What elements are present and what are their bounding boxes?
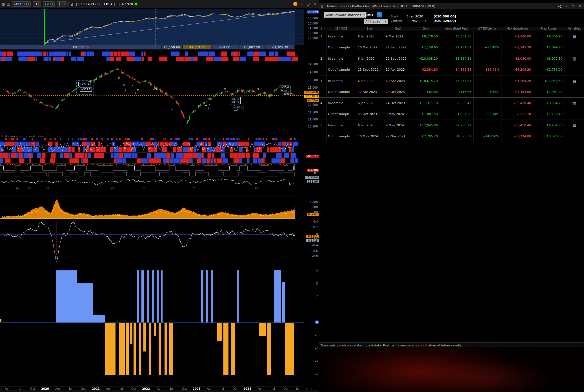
trades-filter-dropdown[interactable]: All trades▾ (364, 19, 388, 24)
time-axis-label: 2021 (92, 387, 100, 390)
end-date: 9 May 2024 (384, 109, 412, 120)
wf-efficiency-value (473, 98, 501, 109)
is-oos-type: Out of sample (326, 42, 356, 53)
row-number (319, 109, 326, 120)
start-date: 6 Jan 2020 (356, 75, 384, 86)
trade-gain-tag[interactable]: +377.1 (78, 82, 90, 86)
annualized-perf-value: €3,684.51 (440, 53, 473, 64)
axis-tick-label: 3,000 (310, 206, 318, 209)
variables-icon[interactable]: ▦ (573, 57, 576, 61)
scroll-left-icon[interactable]: « (1, 387, 3, 391)
minimize-button[interactable]: – (564, 5, 569, 8)
maximize-button[interactable]: ▢ (306, 2, 310, 6)
gain-value: €10,005.10 (412, 53, 440, 64)
variables-icon[interactable]: ▦ (573, 79, 576, 83)
workspace-icon: ◫ (7, 2, 10, 6)
max-runup-value: €9,934.70 (533, 120, 565, 131)
report-window: ▥ Detailed report - ProBackTest (Walk Fo… (319, 3, 584, 392)
start-date: 11 Apr 2023 (356, 86, 384, 97)
variables-cell: ▦ (565, 53, 584, 64)
axis-tick-label: 14,500 (308, 63, 318, 66)
minimize-button[interactable]: – (299, 2, 304, 6)
axis-tick-label: 13,500 (308, 79, 318, 82)
max-runup-value: €1,250.40 (533, 109, 565, 120)
table-row: Out of sample23 Sept 202210 Apr 2023-€2,… (319, 64, 584, 75)
time-axis-label: 2020 (41, 387, 49, 390)
row-number (319, 42, 326, 53)
axis-price-tag: 0 (315, 321, 319, 324)
current-amount: [€20,329.00] (434, 19, 456, 23)
start-date: 25 Oct 2023 (356, 109, 384, 120)
end-date: 9 Mar 2022 (384, 31, 412, 42)
chart-toolbar: ▦ ◫ GBPUSD ▾ D ▾ 1kU ▾ ▾ (0, 0, 319, 8)
quantity-label: 1kU (45, 2, 50, 6)
close-button[interactable]: ✕ (312, 2, 317, 6)
max-runup-value: €9,934.70 (533, 98, 565, 109)
variables-icon[interactable]: ▦ (573, 101, 576, 105)
axis-tick-label: 18,000 (308, 17, 318, 20)
variables-cell (565, 42, 584, 53)
maximize-button[interactable]: ▢ (571, 5, 575, 8)
chevron-down-icon: ▾ (28, 3, 29, 5)
variables-icon[interactable]: ▦ (573, 123, 576, 127)
time-axis-label: 2024 (243, 387, 251, 390)
wf-efficiency-value: +3.65% (473, 86, 501, 97)
gain-value: -€2,384.80 (412, 64, 440, 75)
edit-strategy-button[interactable]: ✎ (377, 12, 382, 17)
time-axis-label: Jan (296, 387, 300, 390)
max-drawdown-value: -€3,410.40 (501, 98, 533, 109)
row-number: 5 (319, 120, 326, 131)
axis-price-tag: -0.1511 (306, 235, 319, 238)
table-row: 5In-sample6 Jan 20209 May 2024€12,045.00… (319, 120, 584, 131)
scroll-next-icon[interactable]: › (311, 387, 312, 391)
end-date: 24 Oct 2023 (384, 98, 412, 109)
axis-price-tag: -860.27 (306, 155, 319, 158)
price-chart-canvas[interactable] (0, 0, 304, 392)
is-oos-type: In-sample (326, 75, 356, 86)
column-header: IS / OOS (326, 27, 356, 31)
time-axis-label: Apr (258, 387, 263, 390)
start-date: 6 Jan 2020 (356, 120, 384, 131)
axis-tick-label: -0.8 (312, 255, 318, 258)
trade-info-box[interactable]: +20.00 bars 15% (280, 86, 290, 96)
trade-duration-box[interactable]: 1 bars1D (233, 105, 243, 112)
row-number: 2 (319, 53, 326, 64)
scroll-prev-icon[interactable]: ‹ (306, 387, 307, 391)
quantity-dropdown[interactable]: 1kU ▾ (43, 1, 55, 7)
time-axis-label: Jul (119, 387, 123, 390)
chart-style-button[interactable]: ▾ (57, 1, 66, 6)
max-runup-value: €11,930.30 (533, 75, 565, 86)
column-header: End (384, 27, 412, 31)
close-button[interactable]: ✕ (578, 5, 582, 8)
symbol-dropdown[interactable]: GBPUSD ▾ (12, 1, 31, 7)
table-row: Out of sample11 Apr 202324 Oct 2023€64.0… (319, 86, 584, 97)
statistics-type-dropdown[interactable]: Walk Forward statistics▾ (324, 12, 367, 18)
max-drawdown-value: -€4,209.20 (501, 75, 533, 86)
start-date: 6 Jan 2020 (356, 53, 384, 64)
price-axis-column[interactable]: 20,32918,00016,00014,00012,00010,00014,5… (304, 8, 319, 392)
trade-info-box[interactable]: +67.1+0.55 (230, 97, 241, 104)
is-oos-type: In-sample (326, 120, 356, 131)
time-axis-label: Oct (131, 387, 136, 390)
time-axis-label: Apr (5, 387, 10, 390)
column-header: Annualized Perf. (440, 27, 473, 31)
start-date: 6 Jan 2020 (407, 15, 434, 18)
watermark: IT-Finance.com - Real Time (2, 135, 44, 138)
variables-icon[interactable]: ▦ (573, 34, 576, 39)
symbol-label: GBPUSD (14, 2, 27, 6)
horizontal-scrollbar[interactable] (0, 390, 319, 392)
start-date: 23 Sept 2022 (356, 64, 384, 75)
axis-tick-label: 14,000 (308, 71, 318, 74)
axis-tick-label: -1 (315, 334, 318, 337)
time-axis-label: Apr (55, 387, 60, 390)
timeframe-dropdown[interactable]: D ▾ (33, 1, 41, 7)
trade-gain-tag[interactable]: +377.1 (80, 88, 92, 92)
column-header: Gain (412, 27, 440, 31)
column-header: # (319, 27, 326, 31)
axis-tick-label: 10,500 (308, 125, 318, 128)
walkforward-segment-label: €8,278.50 (0, 45, 161, 50)
share-icon[interactable] (558, 5, 562, 8)
column-header: Start (356, 27, 384, 31)
end-date: 22 Nov 2024 (384, 131, 412, 142)
gain-value: €2,205.20 (412, 131, 440, 142)
